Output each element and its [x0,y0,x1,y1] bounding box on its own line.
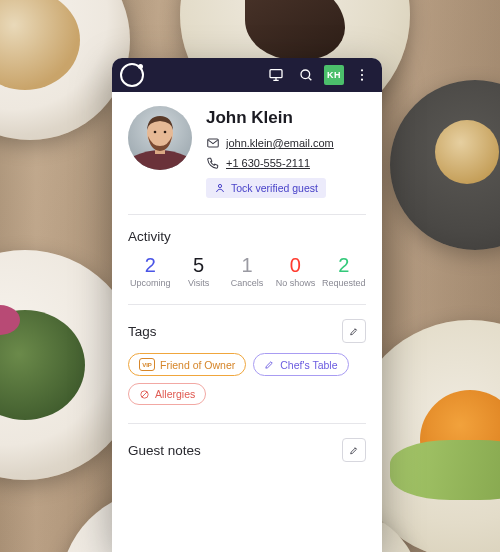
svg-line-4 [309,78,312,81]
phone-link[interactable]: +1 630-555-2111 [226,157,310,169]
stat-no-shows[interactable]: 0No shows [273,254,317,288]
stat-value: 2 [322,254,366,276]
stat-upcoming[interactable]: 2Upcoming [128,254,172,288]
prohibit-icon [139,389,150,400]
svg-point-3 [301,70,310,79]
avatar-image [128,106,192,170]
avatar-initials: KH [327,70,341,80]
svg-point-11 [154,131,157,134]
more-button[interactable] [350,63,374,87]
activity-section: Activity 2Upcoming5Visits1Cancels0No sho… [128,215,366,288]
pencil-icon [264,359,275,370]
person-icon [214,182,226,194]
more-vertical-icon [354,67,370,83]
edit-tags-button[interactable] [342,319,366,343]
svg-point-5 [361,69,363,71]
stat-value: 5 [176,254,220,276]
tag-list: VIPFriend of OwnerChef's TableAllergies [128,353,366,405]
current-user-avatar[interactable]: KH [324,65,344,85]
phone-row: +1 630-555-2111 [206,156,366,170]
profile-header: John Klein john.klein@email.com +1 630-5… [128,106,366,198]
tags-section: Tags VIPFriend of OwnerChef's TableAller… [128,305,366,405]
verified-badge: Tock verified guest [206,178,326,198]
tags-title: Tags [128,324,157,339]
pencil-icon [349,325,359,338]
stat-visits[interactable]: 5Visits [176,254,220,288]
guest-card: KH [112,58,382,552]
stat-label: No shows [273,278,317,288]
search-icon [298,67,314,83]
svg-point-14 [218,184,221,187]
tag-label: Friend of Owner [160,359,235,371]
phone-icon [206,156,220,170]
search-button[interactable] [294,63,318,87]
svg-point-7 [361,79,363,81]
logo-icon [120,63,144,87]
notes-section: Guest notes [128,424,366,462]
email-link[interactable]: john.klein@email.com [226,137,334,149]
svg-line-16 [142,391,147,396]
stat-label: Upcoming [128,278,172,288]
stat-label: Requested [322,278,366,288]
tag-label: Allergies [155,388,195,400]
monitor-icon [268,67,284,83]
svg-rect-0 [270,70,282,78]
stat-label: Cancels [225,278,269,288]
stat-value: 1 [225,254,269,276]
tag-label: Chef's Table [280,359,337,371]
tag-allergies[interactable]: Allergies [128,383,206,405]
activity-title: Activity [128,229,171,244]
titlebar: KH [112,58,382,92]
edit-notes-button[interactable] [342,438,366,462]
stat-value: 0 [273,254,317,276]
tag-chef-s-table[interactable]: Chef's Table [253,353,348,376]
verified-label: Tock verified guest [231,182,318,194]
svg-point-6 [361,74,363,76]
stat-requested[interactable]: 2Requested [322,254,366,288]
guest-name: John Klein [206,108,366,128]
stat-cancels[interactable]: 1Cancels [225,254,269,288]
app-logo[interactable] [120,63,144,87]
vip-icon: VIP [139,358,155,371]
stat-label: Visits [176,278,220,288]
pencil-icon [349,444,359,457]
svg-point-12 [164,131,167,134]
email-row: john.klein@email.com [206,136,366,150]
stat-value: 2 [128,254,172,276]
guest-avatar[interactable] [128,106,192,170]
notes-title: Guest notes [128,443,201,458]
email-icon [206,136,220,150]
display-button[interactable] [264,63,288,87]
tag-friend-of-owner[interactable]: VIPFriend of Owner [128,353,246,376]
activity-stats: 2Upcoming5Visits1Cancels0No shows2Reques… [128,254,366,288]
